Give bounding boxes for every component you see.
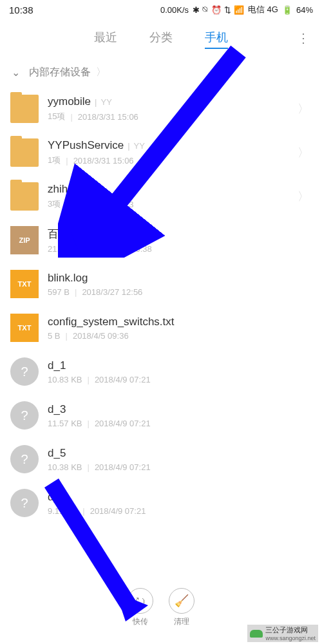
meta-separator: | (82, 506, 84, 516)
meta-separator: | (89, 244, 91, 254)
status-carrier: 电信 4G (248, 4, 278, 15)
status-bar: 10:38 0.00K/s ✱ ⦰ ⏰ ⇅ 📶 电信 4G 🔋 64% (0, 0, 322, 19)
unknown-icon: ? (10, 357, 39, 386)
breadcrumb-label: 内部存储设备 (29, 66, 91, 79)
file-size: 10.83 KB (48, 375, 82, 384)
file-size: 11.57 KB (48, 419, 82, 428)
file-list: yymobile | YY 15项 | 2018/3/31 15:06 〉 YY… (0, 87, 322, 525)
meta-separator: | (88, 419, 90, 428)
file-date: 2018/3/31 15:06 (78, 112, 138, 122)
meta-separator: | (88, 462, 90, 472)
txt-icon: TXT (10, 270, 39, 298)
list-item[interactable]: zhihu 3项 | 2018/3/31 15:13 〉 (0, 175, 322, 218)
file-name: d_7 (48, 491, 66, 504)
list-item[interactable]: ZIP 百度经验.zip 21.43 MB | 2018/4/9 10:38 (0, 218, 322, 262)
file-name: 百度经验.zip (48, 227, 108, 242)
meta-separator: | (88, 375, 90, 384)
transfer-icon: ⭮ (128, 588, 153, 614)
bluetooth-icon: ✱ (193, 5, 200, 15)
tab-category[interactable]: 分类 (149, 27, 173, 49)
file-date: 2018/4/9 10:38 (96, 244, 152, 254)
status-right: 0.00K/s ✱ ⦰ ⏰ ⇅ 📶 电信 4G 🔋 64% (160, 4, 313, 15)
parent-separator: | (95, 97, 97, 107)
meta-separator: | (75, 287, 77, 297)
signal-icon: 📶 (234, 5, 244, 15)
watermark: 三公子游戏网 www.sangongzi.net (247, 625, 318, 642)
status-speed: 0.00K/s (160, 5, 189, 15)
clean-icon: 🧹 (169, 588, 194, 614)
transfer-button[interactable]: ⭮ 快传 (128, 588, 153, 627)
status-battery: 64% (296, 5, 313, 15)
file-date: 2018/4/9 07:21 (90, 506, 146, 516)
chevron-right-icon: 〉 (298, 145, 309, 160)
list-item[interactable]: YYPushService | YY 1项 | 2018/3/31 15:06 … (0, 131, 322, 175)
meta-separator: | (66, 200, 68, 209)
file-date: 2018/3/27 12:56 (82, 287, 142, 297)
mute-icon: ⦰ (202, 5, 209, 15)
meta-separator: | (66, 331, 68, 341)
list-item[interactable]: TXT blink.log 597 B | 2018/3/27 12:56 (0, 262, 322, 306)
list-item[interactable]: ? d_7 9.11 KB | 2018/4/9 07:21 (0, 481, 322, 525)
file-date: 2018/4/9 07:21 (95, 462, 151, 472)
list-item[interactable]: ? d_3 11.57 KB | 2018/4/9 07:21 (0, 393, 322, 437)
watermark-url: www.sangongzi.net (265, 635, 316, 641)
unknown-icon: ? (10, 489, 39, 517)
file-date: 2018/3/31 15:13 (73, 200, 134, 209)
file-parent: YY (134, 141, 145, 151)
menu-dots-icon[interactable]: ⋮ (297, 30, 309, 46)
alarm-icon: ⏰ (211, 5, 222, 15)
list-item[interactable]: ? d_1 10.83 KB | 2018/4/9 07:21 (0, 350, 322, 393)
file-date: 2018/4/9 07:21 (95, 375, 151, 384)
file-name: d_1 (48, 359, 66, 372)
file-date: 2018/4/9 07:21 (95, 419, 151, 428)
meta-separator: | (66, 156, 68, 166)
watermark-logo-icon (250, 630, 263, 638)
file-name: d_3 (48, 403, 66, 416)
chevron-right-icon: 〉 (298, 101, 309, 117)
list-item[interactable]: TXT config_system_switchs.txt 5 B | 2018… (0, 306, 322, 350)
file-date: 2018/4/5 09:36 (73, 331, 129, 341)
file-size: 5 B (48, 331, 61, 341)
file-size: 597 B (48, 287, 70, 297)
file-count: 15项 (48, 111, 65, 122)
zip-icon: ZIP (10, 226, 39, 254)
file-size: 10.38 KB (48, 462, 82, 472)
folder-icon (10, 95, 39, 123)
breadcrumb[interactable]: ⌄ 内部存储设备 〉 (0, 58, 322, 87)
chevron-right-icon: 〉 (96, 66, 106, 79)
meta-separator: | (70, 112, 72, 122)
chevron-down-icon: ⌄ (12, 66, 20, 79)
file-date: 2018/3/31 15:06 (73, 156, 134, 166)
transfer-label: 快传 (133, 616, 148, 627)
list-item[interactable]: ? d_5 10.38 KB | 2018/4/9 07:21 (0, 437, 322, 481)
clean-button[interactable]: 🧹 清理 (169, 588, 194, 627)
parent-separator: | (128, 141, 129, 151)
tab-phone[interactable]: 手机 (205, 27, 228, 49)
battery-icon: 🔋 (282, 5, 292, 15)
folder-icon (10, 138, 39, 167)
file-size: 9.11 KB (48, 506, 77, 516)
list-item[interactable]: yymobile | YY 15项 | 2018/3/31 15:06 〉 (0, 87, 322, 131)
file-name: blink.log (48, 272, 88, 285)
file-count: 3项 (48, 198, 61, 210)
unknown-icon: ? (10, 401, 39, 430)
file-name: config_system_switchs.txt (48, 316, 175, 328)
tab-recent[interactable]: 最近 (94, 27, 117, 49)
file-name: YYPushService (48, 139, 124, 152)
status-icons: ✱ ⦰ ⏰ ⇅ 📶 (193, 5, 244, 15)
file-size: 21.43 MB (48, 244, 84, 254)
clean-label: 清理 (174, 616, 189, 627)
watermark-text: 三公子游戏网 (265, 625, 316, 635)
file-name: yymobile (48, 95, 91, 108)
status-time: 10:38 (9, 5, 33, 15)
unknown-icon: ? (10, 445, 39, 473)
sync-icon: ⇅ (224, 5, 231, 15)
chevron-right-icon: 〉 (298, 189, 309, 204)
file-name: d_5 (48, 447, 66, 460)
file-name: zhihu (48, 183, 74, 196)
tab-bar: 最近 分类 手机 ⋮ (0, 19, 322, 58)
file-count: 1项 (48, 155, 61, 166)
folder-icon (10, 182, 39, 211)
txt-icon: TXT (10, 314, 39, 342)
file-parent: YY (100, 97, 111, 107)
